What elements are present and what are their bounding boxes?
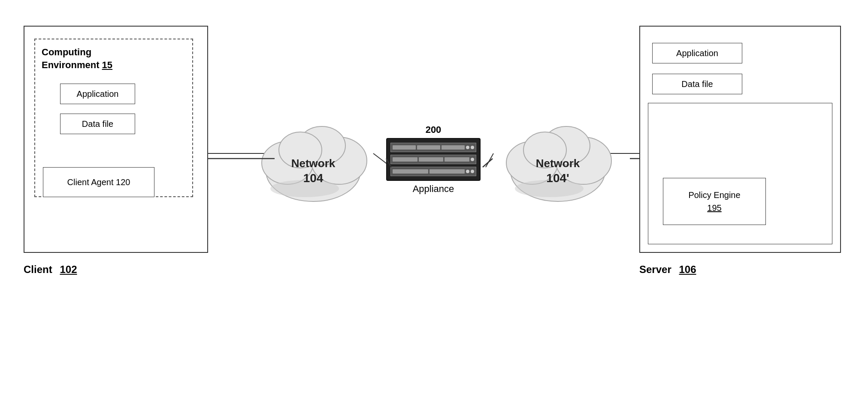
appliance-row-3 (390, 167, 476, 176)
appliance-dot (471, 158, 474, 161)
appliance-slot (442, 145, 465, 150)
policy-engine-box: Policy Engine 195 (663, 178, 766, 225)
svg-text:Network: Network (291, 157, 336, 170)
appliance-slot (429, 169, 465, 174)
appliance-slot (393, 169, 428, 174)
server-datafile-label: Data file (681, 79, 713, 89)
appliance-row-2 (390, 155, 476, 164)
server-datafile-box: Data file (652, 74, 742, 94)
client-label: Client (24, 264, 52, 275)
appliance-row-1 (390, 143, 476, 152)
appliance-dot (466, 146, 469, 149)
client-datafile-box: Data file (60, 114, 135, 134)
policy-engine-number: 195 (707, 203, 721, 213)
server-label: Server (639, 264, 671, 275)
server-number: 106 (679, 264, 696, 275)
client-agent-label: Client Agent 120 (67, 177, 130, 187)
server-label-area: Server 106 (639, 264, 696, 276)
appliance-container: 200 Appliance (386, 124, 481, 195)
appliance-slot (419, 157, 444, 162)
computing-env-number: 15 (102, 60, 112, 70)
client-application-label: Application (77, 89, 119, 99)
client-number: 102 (60, 264, 77, 275)
appliance-slot (393, 145, 416, 150)
server-application-box: Application (652, 43, 742, 63)
appliance-dot (471, 170, 474, 173)
client-datafile-label: Data file (82, 119, 113, 129)
appliance-slot (445, 157, 469, 162)
appliance-slot (393, 157, 417, 162)
network-left-cloud: Network 104 (240, 103, 386, 214)
appliance-number: 200 (426, 124, 442, 135)
server-application-label: Application (676, 48, 718, 58)
client-application-box: Application (60, 84, 135, 104)
client-agent-box: Client Agent 120 (43, 167, 154, 197)
client-label-area: Client 102 (24, 264, 77, 276)
policy-engine-label: Policy Engine (688, 190, 740, 200)
network-right-cloud: Network 104' (485, 103, 631, 214)
appliance-device (386, 138, 481, 181)
policy-engine-label-area: Policy Engine 195 (688, 189, 740, 214)
diagram: ComputingEnvironment 15 Application Data… (0, 0, 868, 417)
svg-text:104: 104 (303, 171, 324, 185)
appliance-slot (417, 145, 440, 150)
appliance-dot (471, 146, 474, 149)
appliance-label: Appliance (413, 183, 454, 195)
svg-text:104': 104' (546, 171, 569, 185)
appliance-dot (466, 170, 469, 173)
computing-env-label: ComputingEnvironment 15 (42, 46, 112, 71)
svg-text:Network: Network (536, 157, 580, 170)
